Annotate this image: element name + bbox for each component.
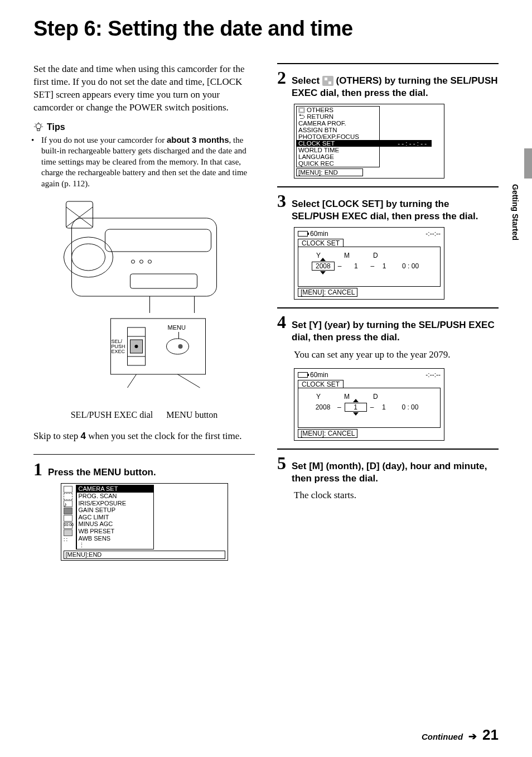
- menu-header-row: CAMERA SET: [77, 485, 153, 493]
- clock-labels: Y M D: [316, 393, 433, 401]
- step-3-header: 3 Select [CLOCK SET] by turning the SEL/…: [277, 192, 499, 223]
- svg-point-26: [167, 339, 189, 354]
- svg-line-29: [128, 374, 137, 388]
- lcd-clock-set: 60min -:--:-- CLOCK SET Y M D 2008 – 1 –…: [294, 227, 444, 300]
- skip-instruction: Skip to step 4 when you set the clock fo…: [33, 430, 255, 443]
- menu-item: WB PRESET: [79, 528, 152, 535]
- menu-item: IRIS/EXPOSURE: [79, 500, 152, 507]
- others-icon: [298, 107, 305, 113]
- step-number: 5: [277, 454, 286, 472]
- menu-list: CAMERA SET PROG. SCAN IRIS/EXPOSURE GAIN…: [76, 485, 154, 549]
- menu-item: MINUS AGC: [79, 520, 152, 528]
- menu-label: MENU: [168, 324, 186, 331]
- svg-line-3: [41, 123, 42, 124]
- lcd-others-menu: OTHERS ⮌ RETURN CAMERA PROF. ASSIGN BTN …: [294, 104, 444, 179]
- step-5-header: 5 Set [M] (month), [D] (day), hour and m…: [277, 454, 499, 485]
- menu-icon: [64, 486, 72, 493]
- battery-icon: [298, 372, 308, 378]
- menu-item-highlighted: CLOCK SET - - : - - : - -: [297, 140, 432, 147]
- lcd-camera-set-menu: ♪ 00:00 ∷ CAMERA SET PROG. SCAN IRIS/EXP…: [61, 483, 228, 560]
- svg-point-23: [135, 345, 138, 348]
- svg-rect-7: [72, 218, 217, 296]
- step-title: Press the MENU button.: [48, 466, 156, 479]
- step-4-body: You can set any year up to the year 2079…: [294, 349, 499, 361]
- svg-point-11: [64, 237, 113, 277]
- intro-paragraph: Set the date and time when using this ca…: [33, 63, 255, 114]
- step-number: 2: [277, 69, 286, 86]
- month-value: 1: [345, 262, 367, 270]
- step-2-header: 2 Select (OTHERS) by turning the SEL/PUS…: [277, 69, 499, 99]
- caption-menu: MENU button: [166, 410, 217, 420]
- tips-header: Tips: [33, 122, 255, 132]
- step-number: 1: [33, 460, 42, 478]
- menu-icon: ♪: [64, 500, 72, 507]
- day-value: 1: [377, 403, 390, 411]
- step-title: Select (OTHERS) by turning the SEL/PUSH …: [292, 75, 499, 99]
- svg-point-0: [36, 123, 41, 128]
- menu-header-row: OTHERS: [298, 107, 378, 113]
- section-tab: Getting Started: [511, 184, 520, 240]
- svg-line-2: [35, 123, 36, 124]
- clock-footer: [MENU]: CANCEL: [298, 429, 357, 438]
- svg-point-15: [140, 260, 143, 263]
- battery-text: 60min: [310, 371, 328, 379]
- menu-icon: 00:00: [64, 522, 72, 529]
- menu-icon: [64, 529, 72, 536]
- lightbulb-icon: [33, 122, 43, 132]
- menu-item: AGC LIMIT: [79, 514, 152, 521]
- menu-item: WORLD TIME: [298, 147, 378, 153]
- page-number: 21: [482, 726, 499, 744]
- step-title: Select [CLOCK SET] by turning the SEL/PU…: [292, 198, 499, 223]
- menu-icon: [64, 493, 72, 500]
- others-icon: [322, 76, 333, 86]
- menu-item: ⮌ RETURN: [298, 113, 378, 120]
- continued-label: Continued: [422, 732, 463, 741]
- menu-icon: [64, 515, 72, 522]
- svg-point-27: [178, 344, 183, 349]
- step-1-header: 1 Press the MENU button.: [33, 460, 255, 479]
- clock-title: CLOCK SET: [298, 239, 344, 247]
- svg-point-12: [72, 244, 105, 271]
- menu-item: CAMERA PROF.: [298, 120, 378, 127]
- menu-item: PHOTO/EXP.FOCUS: [298, 133, 378, 140]
- menu-item: ASSIGN BTN: [298, 127, 378, 133]
- tips-label: Tips: [47, 122, 65, 132]
- month-value: 1: [345, 403, 367, 412]
- timecode: -:--:--: [425, 230, 441, 238]
- svg-point-16: [148, 260, 152, 263]
- clock-labels: Y M D: [316, 252, 433, 259]
- lcd-clock-set-2: 60min -:--:-- CLOCK SET Y M D 2008 – 1 –…: [294, 368, 444, 441]
- step-title: Set [M] (month), [D] (day), hour and min…: [292, 460, 499, 485]
- step-number: 4: [277, 313, 286, 331]
- svg-line-30: [178, 374, 200, 388]
- step-number: 3: [277, 192, 286, 210]
- menu-item: AWB SENS: [79, 535, 152, 542]
- svg-point-14: [132, 260, 135, 263]
- day-value: 1: [378, 262, 391, 270]
- menu-item: LANGUAGE: [298, 153, 378, 160]
- step-4-header: 4 Set [Y] (year) by turning the SEL/PUSH…: [277, 313, 499, 344]
- time-value: 0 : 00: [402, 403, 418, 411]
- menu-footer: [MENU]:END: [64, 551, 225, 559]
- step-5-body: The clock starts.: [294, 489, 499, 502]
- time-value: 0 : 00: [402, 262, 419, 270]
- menu-icon: [64, 508, 72, 514]
- timecode: -:--:--: [425, 371, 441, 379]
- step-title: Set [Y] (year) by turning the SEL/PUSH E…: [292, 319, 499, 344]
- svg-rect-17: [130, 274, 197, 288]
- caption-dial: SEL/PUSH EXEC dial: [71, 410, 153, 420]
- year-value: 2008: [312, 262, 335, 271]
- tips-text: •If you do not use your camcorder for ab…: [33, 134, 255, 190]
- clock-footer: [MENU]: CANCEL: [298, 288, 357, 297]
- section-marker: [524, 148, 532, 179]
- svg-rect-13: [105, 229, 211, 252]
- menu-item: QUICK REC: [298, 160, 378, 167]
- battery-text: 60min: [310, 230, 328, 238]
- clock-title: CLOCK SET: [298, 380, 344, 388]
- year-value: 2008: [312, 403, 334, 411]
- menu-icon: ∷: [64, 537, 72, 543]
- battery-icon: [298, 231, 308, 237]
- menu-footer: [MENU]: END: [296, 168, 363, 176]
- svg-text:EXEC: EXEC: [112, 349, 125, 354]
- camcorder-illustration: SEL/ PUSH EXEC MENU: [33, 196, 255, 402]
